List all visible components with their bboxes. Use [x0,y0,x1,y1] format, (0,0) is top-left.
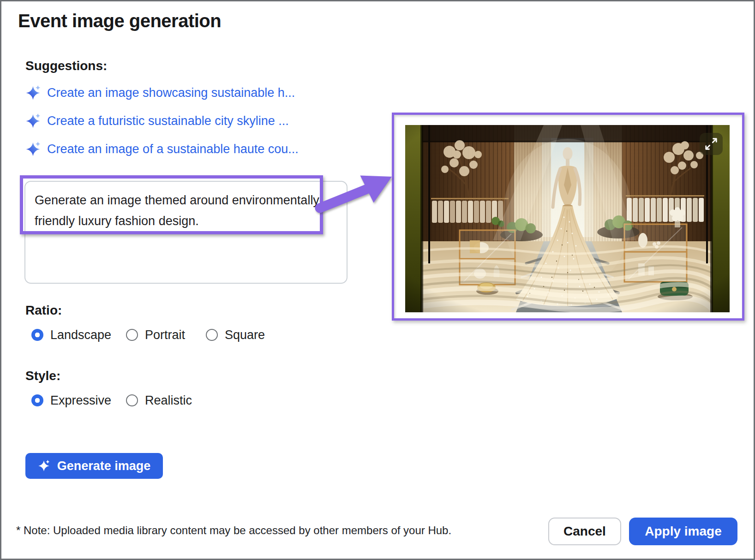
sparkle-icon [25,142,41,157]
suggestion-link-2[interactable]: Create a futuristic sustainable city sky… [25,113,289,129]
ratio-label: Ratio: [25,303,62,318]
sparkle-icon [25,113,41,129]
generated-image [405,125,730,312]
ratio-option-landscape[interactable]: Landscape [31,328,126,342]
cancel-button[interactable]: Cancel [548,518,621,545]
ratio-option-portrait[interactable]: Portrait [126,328,206,342]
expand-arrows-icon [702,135,720,153]
event-image-generation-dialog: Event image generation Suggestions: Crea… [0,0,755,560]
radio-icon [31,394,43,406]
radio-icon [126,329,138,341]
prompt-input[interactable]: Generate an image themed around environm… [24,181,348,284]
apply-image-button[interactable]: Apply image [629,518,737,545]
radio-icon [206,329,218,341]
generated-image-preview [392,113,744,321]
radio-icon [31,329,43,341]
suggestion-link-3[interactable]: Create an image of a sustainable haute c… [25,141,299,157]
style-option-expressive[interactable]: Expressive [31,393,126,408]
page-title: Event image generation [18,11,221,31]
footer-note: * Note: Uploaded media library content m… [16,524,451,537]
style-option-realistic[interactable]: Realistic [126,393,192,408]
generate-image-button[interactable]: Generate image [25,453,163,479]
boutique-scene [405,125,730,312]
expand-image-button[interactable] [700,133,723,155]
ratio-option-square[interactable]: Square [206,328,265,342]
suggestion-link-1[interactable]: Create an image showcasing sustainable h… [25,84,295,101]
generate-image-label: Generate image [57,459,151,473]
style-label: Style: [25,369,60,383]
sparkle-icon [25,85,41,101]
suggestion-label: Create a futuristic sustainable city sky… [47,114,289,128]
radio-icon [126,394,138,406]
suggestion-label: Create an image of a sustainable haute c… [47,142,299,156]
suggestions-label: Suggestions: [25,59,107,73]
sparkle-icon [38,460,50,472]
suggestion-label: Create an image showcasing sustainable h… [47,86,295,100]
